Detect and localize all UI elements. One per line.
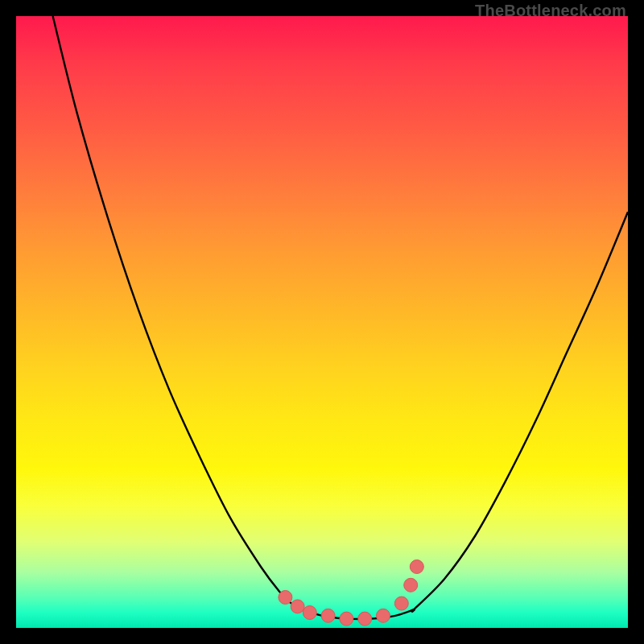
chart-frame: TheBottleneck.com (0, 0, 644, 644)
plot-area (16, 16, 628, 628)
bottleneck-curve (16, 16, 628, 628)
curve-marker (340, 612, 353, 625)
curve-marker (321, 609, 335, 622)
curve-markers (279, 560, 423, 626)
curve-marker (279, 591, 292, 605)
curve-marker (410, 560, 423, 574)
curve-marker (404, 578, 418, 592)
curve-marker (291, 600, 304, 613)
curve-marker (377, 609, 390, 622)
curve-marker (394, 597, 408, 610)
curve-path (53, 16, 628, 619)
curve-marker (303, 606, 316, 620)
curve-marker (358, 612, 372, 625)
watermark-text: TheBottleneck.com (475, 2, 626, 20)
